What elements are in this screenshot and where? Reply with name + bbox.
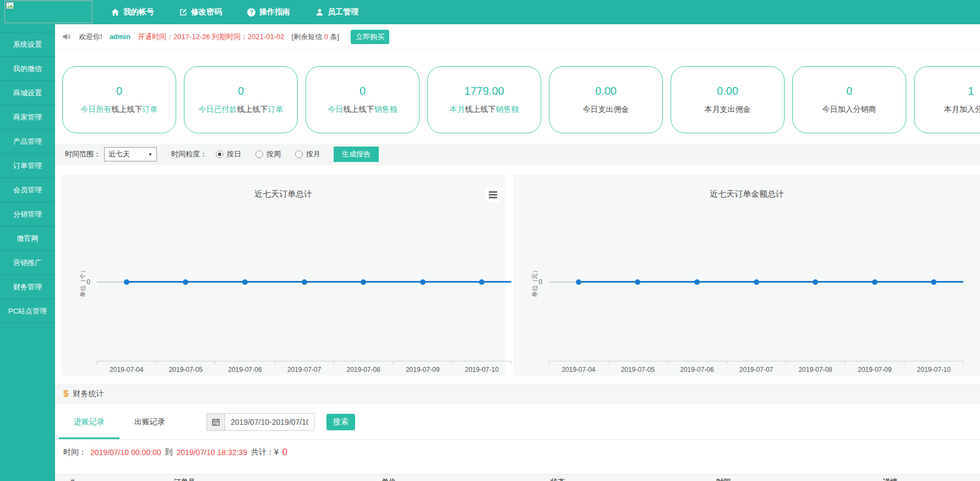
sidebar-item-1[interactable]: 我的微信 <box>0 56 55 80</box>
x-axis-tick <box>549 361 549 364</box>
x-axis-label: 2019-07-08 <box>798 366 832 374</box>
main-content: 欢迎你! admin 开通时间：2017-12-26 到期时间：2021-01-… <box>55 24 980 481</box>
x-axis-label: 2019-07-09 <box>406 366 439 374</box>
x-axis-tick <box>97 361 97 364</box>
generate-report-button[interactable]: 生成报告 <box>334 147 379 162</box>
x-axis-label: 2019-07-05 <box>169 366 203 374</box>
data-point <box>420 279 426 285</box>
welcome-bar: 欢迎你! admin 开通时间：2017-12-26 到期时间：2021-01-… <box>55 24 980 50</box>
nav-my-account[interactable]: 我的帐号 <box>111 7 154 17</box>
sidebar-item-3[interactable]: 商家管理 <box>0 105 55 129</box>
x-axis-tick <box>274 361 275 364</box>
data-point <box>694 279 700 285</box>
x-axis-label: 2019-07-10 <box>465 366 499 374</box>
data-point <box>479 279 484 285</box>
x-axis-label: 2019-07-06 <box>680 366 714 374</box>
radio-1[interactable]: 按周 <box>255 149 281 159</box>
time-from: 2019/07/10 00:00:00 <box>90 448 161 457</box>
time-range-label: 时间范围： <box>65 149 101 159</box>
radio-2[interactable]: 按月 <box>295 149 320 159</box>
stat-card-label: 本月线上线下销售额 <box>450 105 519 115</box>
stat-card-label: 今日加入分销商 <box>823 105 876 115</box>
time-range-value: 近七天 <box>108 149 130 159</box>
time-range-select[interactable]: 近七天 ▼ <box>104 147 157 161</box>
sidebar-item-5[interactable]: 订单管理 <box>0 153 55 177</box>
date-range-group <box>206 413 314 431</box>
stat-card-label-part: 今日已付款 <box>199 105 237 114</box>
x-axis-tick <box>786 361 786 364</box>
stat-card-label-part: 订单 <box>268 105 284 114</box>
stat-card-label: 今日线上线下销售额 <box>328 105 398 115</box>
sidebar-item-6[interactable]: 会员管理 <box>0 177 55 202</box>
sidebar-item-8[interactable]: 微官网 <box>0 226 55 250</box>
data-point <box>635 279 640 285</box>
table-column-header: 状态 <box>551 477 565 481</box>
total-label: 共计：¥ <box>251 447 279 457</box>
sidebar-item-0[interactable]: 系统设置 <box>0 32 55 56</box>
search-button[interactable]: 搜索 <box>326 414 355 430</box>
sidebar-item-9[interactable]: 营销推广 <box>0 250 55 274</box>
stat-card-0: 0今日所有线上线下订单 <box>62 66 176 133</box>
stat-card-value: 0 <box>238 85 244 98</box>
tab-0[interactable]: 进账记录 <box>59 404 119 439</box>
date-range-input[interactable] <box>225 413 314 431</box>
stat-card-label-part: 线上线下 <box>112 105 143 114</box>
radio-label: 按日 <box>227 149 241 159</box>
sidebar-item-2[interactable]: 商城设置 <box>0 80 55 105</box>
stat-card-3: 1779.00本月线上线下销售额 <box>427 66 541 133</box>
sms-remaining: [剩余短信 0 条] <box>292 32 340 42</box>
time-label: 时间： <box>63 447 86 457</box>
nav-change-password[interactable]: 修改密码 <box>179 7 222 17</box>
data-point <box>754 279 759 285</box>
stat-card-label-part: 本月 <box>450 105 465 114</box>
staff-icon <box>315 8 324 17</box>
time-to: 2019/07/10 18:32:39 <box>176 448 247 457</box>
home-icon <box>111 8 119 17</box>
calendar-addon[interactable] <box>206 413 225 431</box>
data-point <box>813 279 818 285</box>
granularity-label: 时间粒度： <box>171 149 207 159</box>
y-axis-tick-label: 0 <box>538 278 542 286</box>
stat-card-value: 0.00 <box>595 85 617 98</box>
x-axis-line <box>549 361 963 361</box>
stats-cards-row: 0今日所有线上线下订单0今日已付款线上线下订单0今日线上线下销售额1779.00… <box>55 66 980 133</box>
stat-card-value: 0 <box>116 85 122 98</box>
chart-toolbox-menu-icon[interactable] <box>486 188 500 202</box>
y-axis-tick-label: 0 <box>86 278 90 286</box>
x-axis-label: 2019-07-08 <box>346 366 380 374</box>
nav-staff-management[interactable]: 员工管理 <box>315 7 358 17</box>
stat-card-label-part: 订单 <box>143 105 158 114</box>
x-axis-label: 2019-07-06 <box>228 366 262 374</box>
x-axis-label: 2019-07-10 <box>917 366 951 374</box>
sidebar-item-4[interactable]: 产品管理 <box>0 129 55 153</box>
topbar: 我的帐号 修改密码 操作指南 员工管理 <box>0 0 980 24</box>
x-axis-tick <box>511 361 512 364</box>
x-axis-label: 2019-07-04 <box>562 366 595 374</box>
edit-icon <box>179 8 187 16</box>
radio-circle-icon <box>255 150 263 158</box>
stat-card-label: 今日已付款线上线下订单 <box>199 105 284 115</box>
sidebar-item-7[interactable]: 分销管理 <box>0 202 55 226</box>
sms-count: 0 <box>324 33 328 41</box>
stat-card-label: 本月支出佣金 <box>705 105 751 115</box>
charts-row: 近七天订单总计单位（个）02019-07-042019-07-052019-07… <box>55 175 980 376</box>
sidebar-item-11[interactable]: PC站点管理 <box>0 299 55 323</box>
data-point <box>242 279 248 285</box>
account-dates: 开通时间：2017-12-26 到期时间：2021-01-02 <box>138 32 285 42</box>
top-navigation: 我的帐号 修改密码 操作指南 员工管理 <box>111 0 358 24</box>
x-axis-tick <box>845 361 845 364</box>
x-axis-tick <box>156 361 156 364</box>
radio-0[interactable]: 按日 <box>216 149 241 159</box>
broken-image-icon <box>6 2 14 9</box>
buy-now-button[interactable]: 立即购买 <box>351 30 389 44</box>
nav-guide[interactable]: 操作指南 <box>247 7 290 17</box>
stat-card-label: 今日所有线上线下订单 <box>81 105 158 115</box>
stat-card-label-part: 今日 <box>328 105 344 114</box>
nav-label: 我的帐号 <box>123 7 154 17</box>
sidebar-item-10[interactable]: 财务管理 <box>0 274 55 299</box>
toolbox-bar <box>489 194 497 196</box>
x-axis-label: 2019-07-04 <box>110 366 143 374</box>
tab-1[interactable]: 出账记录 <box>119 404 180 439</box>
stat-card-label-part: 线上线下 <box>465 105 496 114</box>
x-axis-tick <box>608 361 608 364</box>
